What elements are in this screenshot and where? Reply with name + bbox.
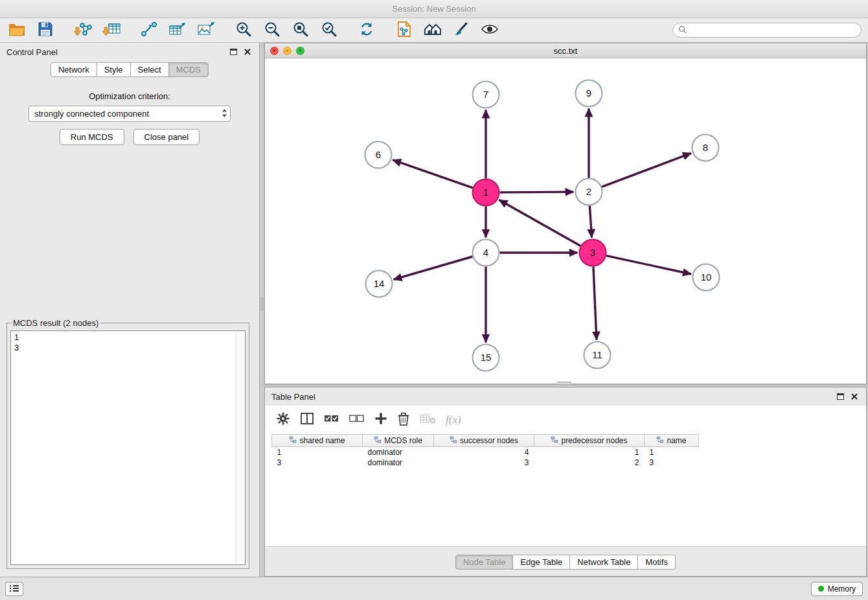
float-window-icon[interactable] [835, 391, 845, 402]
table-toolbar: f(x) [265, 406, 866, 434]
traffic-lights: × − + [270, 47, 304, 55]
node-label-4: 4 [483, 247, 488, 258]
table-tab-node-table[interactable]: Node Table [455, 555, 514, 570]
table-tab-network-table[interactable]: Network Table [569, 555, 638, 570]
table-cell[interactable]: 3 [272, 457, 363, 468]
table-tab-motifs[interactable]: Motifs [637, 555, 676, 570]
table-row[interactable]: 3dominator323 [272, 457, 699, 468]
import-network-button[interactable] [73, 21, 93, 40]
columns-icon[interactable] [300, 412, 314, 428]
refresh-layout-button[interactable] [356, 21, 377, 40]
edge-2-8[interactable] [602, 153, 691, 187]
edge-2-3[interactable] [589, 205, 591, 237]
trash-icon[interactable] [397, 411, 410, 428]
show-details-button[interactable] [479, 21, 500, 40]
table-cell[interactable]: 1 [272, 447, 363, 457]
open-folder-button[interactable] [6, 21, 27, 40]
export-table-icon [168, 21, 187, 39]
control-panel: Control Panel NetworkStyleSelectMCDS Opt… [0, 43, 260, 577]
search-icon [678, 25, 687, 36]
table-cell[interactable]: 2 [534, 457, 645, 468]
table-cell[interactable]: 1 [645, 447, 699, 457]
zoom-window-icon[interactable]: + [296, 47, 304, 55]
control-panel-tabs: NetworkStyleSelectMCDS [0, 62, 259, 77]
table-cell[interactable]: dominator [363, 457, 434, 468]
import-table-icon [102, 21, 121, 39]
search-input[interactable] [690, 26, 856, 35]
table-row[interactable]: 1dominator411 [272, 447, 699, 457]
table-tab-edge-table[interactable]: Edge Table [512, 555, 570, 570]
zoom-fit-button[interactable] [290, 21, 311, 40]
mcds-result-line: 1 [14, 332, 242, 343]
select-all-icon[interactable] [324, 413, 339, 427]
task-history-button[interactable] [5, 582, 23, 596]
column-header-predecessor-nodes[interactable]: predecessor nodes [534, 435, 645, 447]
table-cell[interactable]: dominator [363, 447, 434, 457]
column-label: name [667, 436, 686, 445]
add-column-icon[interactable] [374, 412, 387, 428]
save-session-button[interactable] [35, 21, 56, 40]
mcds-result-list[interactable]: 13 [10, 330, 246, 565]
paintbrush-icon [453, 21, 470, 40]
double-home-button[interactable] [422, 21, 443, 40]
network-from-selection-button[interactable] [139, 21, 159, 40]
edge-3-10[interactable] [606, 256, 691, 274]
window-titlebar[interactable]: Session: New Session [0, 0, 868, 18]
edge-4-14[interactable] [394, 257, 473, 279]
network-arrows-icon [141, 21, 157, 39]
close-panel-button[interactable]: Close panel [133, 129, 200, 145]
horizontal-splitter-grip[interactable] [557, 382, 571, 385]
document-network-button[interactable] [394, 21, 415, 40]
zoom-in-button[interactable] [233, 21, 254, 40]
tab-mcds[interactable]: MCDS [168, 62, 209, 77]
edge-1-6[interactable] [393, 160, 473, 188]
export-table-button[interactable] [167, 21, 188, 40]
import-table-button[interactable] [101, 21, 122, 40]
tab-network[interactable]: Network [51, 62, 97, 77]
node-label-3: 3 [590, 247, 595, 258]
close-window-icon[interactable]: × [270, 47, 279, 55]
table-cell[interactable]: 1 [534, 447, 645, 457]
result-scrollbar[interactable] [236, 331, 245, 564]
close-icon[interactable] [242, 47, 253, 57]
table-cell[interactable]: 4 [434, 447, 534, 457]
edge-3-11[interactable] [593, 266, 597, 340]
vertical-splitter-grip[interactable] [260, 297, 264, 311]
float-window-icon[interactable] [228, 47, 238, 57]
column-type-icon [656, 436, 664, 445]
control-panel-header: Control Panel [0, 43, 259, 61]
optimization-select[interactable]: strongly connected component [29, 106, 231, 122]
column-header-name[interactable]: name [645, 435, 699, 447]
column-header-shared-name[interactable]: shared name [272, 435, 363, 447]
edge-3-1[interactable] [499, 200, 580, 246]
close-icon[interactable] [849, 391, 860, 402]
deselect-all-icon[interactable] [349, 413, 365, 427]
network-window-titlebar[interactable]: × − + scc.txt [265, 43, 866, 58]
memory-label: Memory [828, 584, 856, 594]
column-type-icon [450, 436, 457, 445]
run-mcds-button[interactable]: Run MCDS [60, 129, 124, 145]
gear-icon[interactable] [276, 411, 290, 428]
node-label-7: 7 [483, 89, 488, 100]
network-window-title: scc.txt [554, 46, 578, 56]
toolbar-group-export [139, 21, 216, 40]
paintbrush-button[interactable] [451, 21, 472, 40]
mcds-result-line: 3 [14, 343, 242, 353]
memory-button[interactable]: Memory [811, 582, 863, 596]
zoom-out-button[interactable] [262, 21, 282, 40]
tab-style[interactable]: Style [97, 62, 131, 77]
table-cell[interactable]: 3 [434, 457, 534, 468]
export-image-button[interactable] [196, 21, 216, 40]
edge-1-2[interactable] [499, 192, 573, 192]
list-icon [9, 583, 19, 595]
column-header-mcds-role[interactable]: MCDS role [363, 435, 434, 447]
column-header-successor-nodes[interactable]: successor nodes [434, 435, 534, 447]
tab-select[interactable]: Select [130, 62, 169, 77]
toolbar-group-layout [356, 21, 377, 40]
search-box[interactable] [672, 23, 862, 38]
zoom-selected-button[interactable] [319, 21, 339, 40]
zoom-selected-icon [321, 21, 337, 40]
network-canvas[interactable]: 7968124314101511 [265, 58, 866, 384]
minimize-window-icon[interactable]: − [283, 47, 291, 55]
table-cell[interactable]: 3 [645, 457, 699, 468]
